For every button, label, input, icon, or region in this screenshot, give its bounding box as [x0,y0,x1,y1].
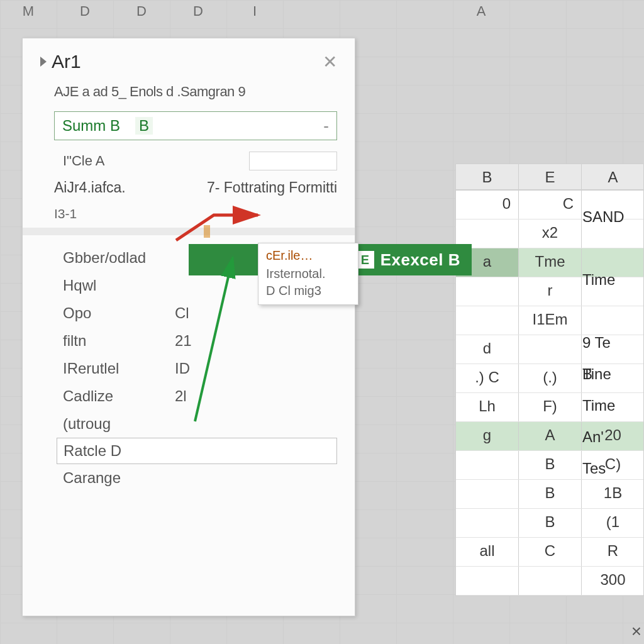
clear-label: I"Cle A [63,153,105,169]
red-arrow-icon [170,203,264,247]
list-item-selected[interactable]: Ratcle D [57,438,337,464]
pane-title: Ar1 [40,51,81,72]
green-arrow-icon [151,252,239,428]
pane-subtitle: AJE a ad 5_ Enols d .Samgran 9 [54,84,337,100]
dropdown-main-label: Summ B [62,117,120,135]
close-icon[interactable]: ✕ [323,52,337,72]
side-label-column: SAND Time 9 Te Tine B Time An' Tes [582,201,639,484]
chevron-down-icon: - [323,116,329,136]
excel-logo-icon: E [357,251,374,269]
scroll-corner-icon[interactable]: × [631,621,641,641]
dropdown-column-label: B [135,117,153,135]
sheet-column-headers[interactable]: B E A [455,164,644,190]
mini-input[interactable] [249,152,337,170]
excel-title-text: Exexcel B [380,250,460,270]
background-column-headers: M D D D I A [0,0,644,23]
sum-dropdown[interactable]: Summ B B - [54,111,337,140]
tooltip-line: Irsternotal. [266,265,350,282]
table-row[interactable]: B(1 [456,509,643,538]
play-icon [40,57,47,67]
section-left-label: AiJr4.iafca. [54,179,126,196]
table-row[interactable]: allCR [456,538,643,567]
section-right-label: 7- Fottrating Formitti [207,179,337,196]
tooltip-title: cEr.ile… [266,248,350,263]
tooltip-line: D Cl mig3 [266,282,350,299]
context-tooltip: cEr.ile… Irsternotal. D Cl mig3 [258,243,358,305]
table-row[interactable]: 300 [456,567,643,596]
list-item[interactable]: Carange [63,464,337,492]
